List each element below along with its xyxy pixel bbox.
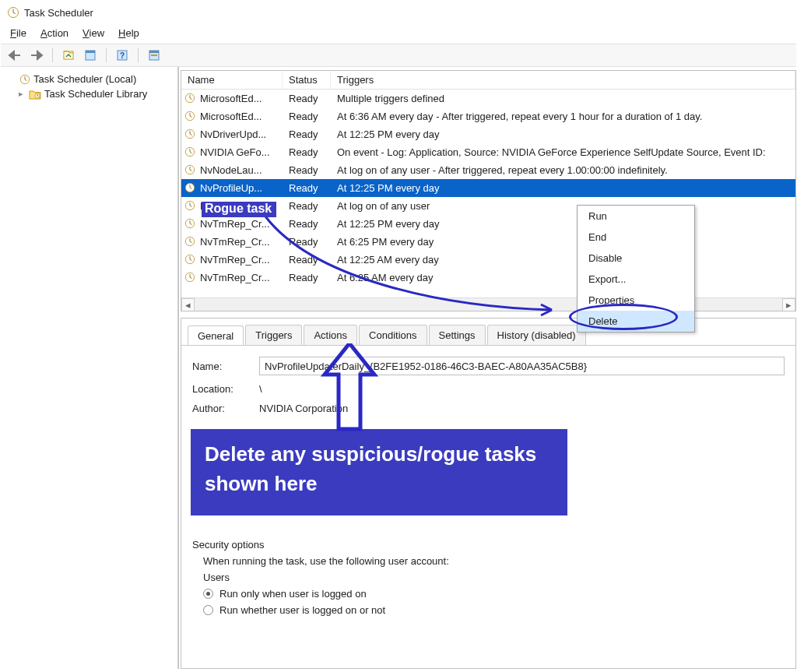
tab-history-disabled-[interactable]: History (disabled) <box>487 325 586 345</box>
task-list-header: Name Status Triggers <box>181 71 795 90</box>
context-menu-end[interactable]: End <box>578 227 694 248</box>
menu-action[interactable]: Action <box>40 27 68 39</box>
folder-clock-icon <box>29 89 41 100</box>
radio-dot-icon <box>203 589 213 599</box>
tab-general[interactable]: General <box>188 325 244 346</box>
task-name-field[interactable]: NvProfileUpdaterDaily_{B2FE1952-0186-46C… <box>259 357 785 375</box>
task-trigger-cell: At 12:25 PM every day <box>337 182 795 194</box>
horizontal-scrollbar[interactable]: ◂ ▸ <box>181 297 795 311</box>
scroll-right-icon[interactable]: ▸ <box>782 298 795 311</box>
properties-button[interactable] <box>81 47 100 64</box>
scroll-left-icon[interactable]: ◂ <box>181 298 195 311</box>
task-trigger-cell: At 6:25 AM every day <box>337 272 795 283</box>
task-row[interactable]: NvTmRep_Cr...ReadyAt 12:25 PM every day <box>181 215 795 233</box>
context-menu-properties[interactable]: Properties <box>578 290 694 311</box>
up-button[interactable] <box>59 47 78 64</box>
task-row[interactable]: NvTmRep_Cr...ReadyAt 12:25 AM every day <box>181 251 795 269</box>
radio-whether-logged[interactable]: Run whether user is logged on or not <box>192 604 785 616</box>
tree-library[interactable]: ▸ Task Scheduler Library <box>4 86 174 101</box>
task-clock-icon <box>184 236 197 248</box>
back-button[interactable] <box>5 47 24 64</box>
task-trigger-cell: On event - Log: Application, Source: NVI… <box>337 146 795 158</box>
task-name-cell: NvNodeLau... <box>200 164 289 176</box>
menu-bar: File Action View Help <box>1 24 796 44</box>
col-header-triggers[interactable]: Triggers <box>331 71 795 89</box>
task-clock-icon <box>184 128 197 141</box>
task-trigger-cell: At 6:25 PM every day <box>337 236 795 248</box>
radio-logged-on[interactable]: Run only when user is logged on <box>192 588 785 600</box>
task-name-cell: MicrosoftEd... <box>200 93 289 104</box>
task-row[interactable]: NVIDIA GeFo...ReadyOn event - Log: Appli… <box>181 143 795 161</box>
context-menu-disable[interactable]: Disable <box>578 248 694 269</box>
task-scheduler-window: Task Scheduler File Action View Help ? <box>0 0 797 672</box>
security-account-prompt: When running the task, use the following… <box>192 555 785 567</box>
task-status-cell: Ready <box>289 164 337 176</box>
sidebar-tree: Task Scheduler (Local) ▸ Task Scheduler … <box>1 67 178 669</box>
tab-bar: GeneralTriggersActionsConditionsSettings… <box>181 318 795 345</box>
task-trigger-cell: Multiple triggers defined <box>337 93 795 104</box>
col-header-name[interactable]: Name <box>181 71 283 89</box>
task-trigger-cell: At 12:25 PM every day <box>337 128 795 140</box>
tab-settings[interactable]: Settings <box>429 325 486 345</box>
task-name-cell: NvTmRep_Cr... <box>200 236 289 248</box>
menu-help[interactable]: Help <box>118 27 139 39</box>
task-row[interactable]: MicrosoftEd...ReadyMultiple triggers def… <box>181 90 795 107</box>
task-name-cell: NVIDIA GeFo... <box>200 146 289 158</box>
col-header-status[interactable]: Status <box>283 71 331 89</box>
task-row[interactable]: NvTmRep_Cr...ReadyAt 6:25 PM every day <box>181 233 795 251</box>
task-status-cell: Ready <box>289 218 337 230</box>
svg-rect-7 <box>149 51 159 53</box>
tree-expander-2[interactable]: ▸ <box>16 89 26 99</box>
task-row[interactable]: NvDriverUpd...ReadyAt 12:25 PM every day <box>181 125 795 143</box>
task-trigger-cell: At 6:36 AM every day - After triggered, … <box>337 111 795 122</box>
task-name-cell: NvTmRep_Cr... <box>200 254 289 266</box>
menu-view[interactable]: View <box>83 27 104 39</box>
task-status-cell: Ready <box>289 128 337 140</box>
location-label: Location: <box>192 383 259 395</box>
forward-button[interactable] <box>27 47 46 64</box>
toolbar-separator <box>52 48 53 62</box>
task-row[interactable]: NvNodeLau...ReadyAt log on of any user -… <box>181 161 795 179</box>
toolbar-separator-3 <box>138 48 139 62</box>
content-pane: Name Status Triggers MicrosoftEd...Ready… <box>178 67 796 669</box>
radio-dot-empty-icon <box>203 605 213 615</box>
context-menu-export-[interactable]: Export... <box>578 269 694 290</box>
context-menu: RunEndDisableExport...PropertiesDelete <box>577 205 695 332</box>
task-status-cell: Ready <box>289 200 337 212</box>
tab-actions[interactable]: Actions <box>304 325 357 345</box>
task-clock-icon <box>184 111 197 123</box>
tree-root-label: Task Scheduler (Local) <box>33 73 136 85</box>
show-hide-button[interactable] <box>145 47 163 64</box>
tab-triggers[interactable]: Triggers <box>245 325 302 345</box>
security-account-value: Users <box>192 572 785 583</box>
clock-icon <box>19 74 30 85</box>
window-title: Task Scheduler <box>24 7 93 19</box>
help-button[interactable]: ? <box>113 47 132 64</box>
security-options-label: Security options <box>192 539 785 551</box>
annotation-rogue-label: Rogue task <box>202 202 276 217</box>
task-status-cell: Ready <box>289 254 337 266</box>
menu-file[interactable]: File <box>10 27 26 39</box>
task-name-cell: NvDriverUpd... <box>200 128 289 140</box>
task-name-cell: NvTmRep_Cr... <box>200 272 289 283</box>
tab-conditions[interactable]: Conditions <box>359 325 427 345</box>
task-status-cell: Ready <box>289 236 337 248</box>
task-row[interactable]: MicrosoftEd...ReadyAt 6:36 AM every day … <box>181 107 795 125</box>
task-clock-icon <box>184 272 197 284</box>
task-row[interactable]: NvTmRep_Cr...ReadyAt 6:25 AM every day <box>181 269 795 287</box>
task-trigger-cell: At 12:25 AM every day <box>337 254 795 266</box>
task-list: Name Status Triggers MicrosoftEd...Ready… <box>181 70 796 311</box>
task-name-cell: MicrosoftEd... <box>200 111 289 122</box>
svg-rect-3 <box>86 51 95 53</box>
task-row[interactable]: NvProfileUp...ReadyAt 12:25 PM every day <box>181 179 795 197</box>
task-trigger-cell: At log on of any user - After triggered,… <box>337 164 795 176</box>
context-menu-run[interactable]: Run <box>578 206 694 227</box>
app-clock-icon <box>7 6 19 19</box>
task-clock-icon <box>184 146 197 159</box>
author-label: Author: <box>192 403 259 414</box>
tree-root[interactable]: Task Scheduler (Local) <box>4 72 174 86</box>
task-list-body: MicrosoftEd...ReadyMultiple triggers def… <box>181 90 795 297</box>
task-trigger-cell: At 12:25 PM every day <box>337 218 795 230</box>
context-menu-delete[interactable]: Delete <box>578 311 694 332</box>
task-clock-icon <box>184 200 197 213</box>
